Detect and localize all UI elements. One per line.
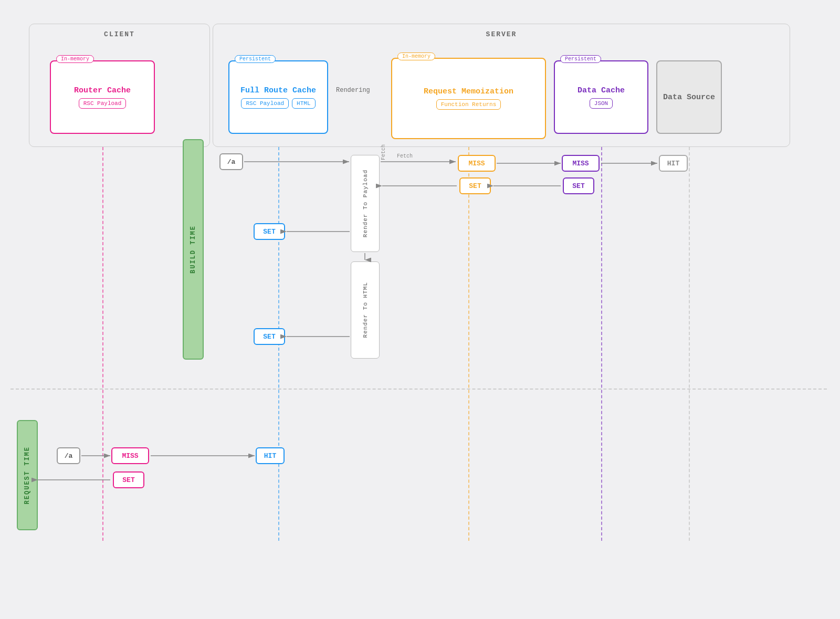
miss-purple: MISS bbox=[562, 155, 600, 172]
render-to-html-label: Render To HTML bbox=[362, 282, 369, 338]
data-cache-title: Data Cache bbox=[573, 86, 629, 95]
dashed-line-pink bbox=[102, 147, 103, 541]
request-time-label: REQUEST TIME bbox=[24, 446, 31, 504]
client-label: CLIENT bbox=[29, 30, 210, 38]
request-memo-title: Request Memoization bbox=[419, 87, 518, 96]
data-cache-tag: Persistent bbox=[560, 55, 601, 63]
request-memo-tag: In-memory bbox=[397, 53, 435, 60]
hit-gray: HIT bbox=[659, 155, 688, 172]
build-time-label: BUILD TIME bbox=[190, 225, 197, 274]
data-cache-box: Persistent Data Cache JSON bbox=[554, 60, 648, 134]
diagram: CLIENT SERVER In-memory Router Cache RSC… bbox=[0, 0, 840, 619]
miss-orange: MISS bbox=[458, 155, 496, 172]
full-route-tag: Persistent bbox=[235, 55, 276, 63]
router-cache-title: Router Cache bbox=[70, 86, 135, 95]
router-cache-box: In-memory Router Cache RSC Payload bbox=[50, 60, 155, 134]
full-route-cache-box: Persistent Full Route Cache RSC Payload … bbox=[228, 60, 328, 134]
separator-line bbox=[10, 389, 827, 390]
set-purple: SET bbox=[563, 177, 594, 194]
router-cache-tag: In-memory bbox=[56, 55, 94, 63]
svg-text:Fetch: Fetch bbox=[397, 153, 413, 159]
path-a-request: /a bbox=[57, 447, 80, 464]
build-time-bar: BUILD TIME bbox=[183, 139, 204, 360]
data-source-title: Data Source bbox=[659, 93, 719, 102]
render-to-html-box: Render To HTML bbox=[351, 261, 380, 359]
set-pink: SET bbox=[113, 471, 144, 488]
set-orange: SET bbox=[459, 177, 491, 194]
set-blue-2: SET bbox=[254, 328, 285, 345]
full-route-sub1: RSC Payload bbox=[241, 98, 289, 109]
full-route-title: Full Route Cache bbox=[236, 86, 320, 95]
dashed-line-gray bbox=[689, 147, 690, 541]
router-cache-subtitle: RSC Payload bbox=[79, 98, 127, 109]
render-to-payload-box: Render To Payload bbox=[351, 155, 380, 252]
dashed-line-orange bbox=[468, 147, 469, 541]
hit-blue: HIT bbox=[256, 447, 285, 464]
dashed-line-purple bbox=[601, 147, 602, 541]
rendering-label: Rendering bbox=[336, 87, 370, 94]
render-to-payload-label: Render To Payload bbox=[362, 170, 369, 237]
server-label: SERVER bbox=[213, 30, 790, 38]
data-source-box: Data Source bbox=[656, 60, 722, 134]
request-memo-subtitle: Function Returns bbox=[436, 99, 501, 110]
path-a-build: /a bbox=[219, 153, 243, 170]
request-time-bar: REQUEST TIME bbox=[17, 420, 38, 530]
set-blue-1: SET bbox=[254, 223, 285, 240]
miss-pink: MISS bbox=[111, 447, 149, 464]
data-cache-subtitle: JSON bbox=[590, 98, 613, 109]
request-memo-box: In-memory Request Memoization Function R… bbox=[391, 58, 546, 139]
full-route-sub2: HTML bbox=[292, 98, 315, 109]
